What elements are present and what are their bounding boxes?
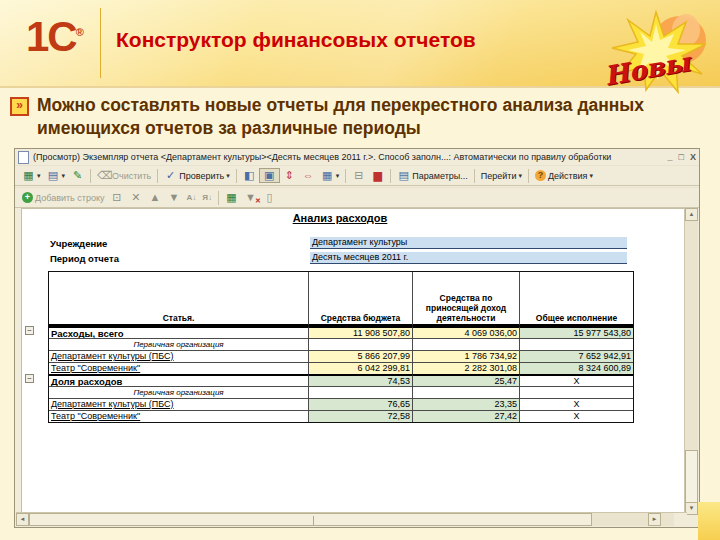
- row-label[interactable]: Первичная организация: [49, 386, 308, 398]
- cell-value[interactable]: 2 282 301,08: [412, 362, 519, 374]
- view-center-panel-button[interactable]: ▣: [259, 168, 280, 183]
- parameters-button[interactable]: ▤Параметры...: [394, 169, 470, 182]
- row-label[interactable]: Первичная организация: [49, 338, 308, 350]
- cell-value[interactable]: 1 786 734,92: [412, 350, 519, 362]
- horizontal-scroll-thumb[interactable]: [29, 513, 592, 526]
- cell-value[interactable]: 27,42: [412, 410, 519, 422]
- panel-center-icon: ▣: [263, 170, 276, 181]
- column-header-income[interactable]: Средства по приносящей доход деятельност…: [412, 272, 519, 326]
- excel-export-button[interactable]: ▦: [222, 191, 241, 204]
- sort-desc-button[interactable]: Я↓: [199, 192, 215, 203]
- cell-value[interactable]: 7 652 942,91: [519, 350, 633, 362]
- column-header-total[interactable]: Общее исполнение: [519, 272, 633, 326]
- cell-value[interactable]: [519, 338, 633, 350]
- check-button[interactable]: ✓Проверить▾: [161, 169, 233, 182]
- cell-value[interactable]: 5 866 207,99: [308, 350, 412, 362]
- clear-button[interactable]: ⌫Очистить: [94, 169, 154, 182]
- cell-value[interactable]: [308, 338, 412, 350]
- cell-value[interactable]: 74,53: [308, 374, 412, 386]
- goto-button[interactable]: Перейти▾: [478, 170, 525, 182]
- maximize-button[interactable]: □: [679, 152, 684, 162]
- table-row: Театр "Современник" 6 042 299,81 2 282 3…: [49, 362, 633, 374]
- move-down-button[interactable]: ▼: [164, 191, 183, 204]
- vertical-scrollbar[interactable]: ▲ ▼: [684, 208, 698, 515]
- export-button[interactable]: ▤▾: [44, 169, 69, 182]
- toolbar-separator: [236, 169, 237, 183]
- corner-decoration: [698, 502, 720, 540]
- copy-row-button[interactable]: ⊡: [107, 191, 126, 204]
- cell-value[interactable]: X: [519, 374, 633, 386]
- cell-value[interactable]: 11 908 507,80: [308, 326, 412, 338]
- field-value-institution[interactable]: Департамент культуры: [310, 237, 627, 249]
- group-collapse-icon[interactable]: −: [25, 374, 34, 383]
- field-label-period: Период отчета: [50, 253, 119, 264]
- registered-mark: ®: [76, 26, 84, 38]
- bullet-row: » Можно составлять новые отчеты для пере…: [10, 94, 690, 140]
- toolbar-separator: [90, 169, 91, 183]
- move-up-button[interactable]: ▲: [145, 191, 164, 204]
- row-label[interactable]: Театр "Современник": [49, 362, 308, 374]
- chart-button[interactable]: ▆: [368, 169, 387, 182]
- cell-value[interactable]: [412, 386, 519, 398]
- eraser-icon: ⌫: [97, 170, 110, 181]
- vertical-scroll-thumb[interactable]: [685, 450, 698, 503]
- table-row: Департамент культуры (ПБС) 5 866 207,99 …: [49, 350, 633, 362]
- row-label[interactable]: Доля расходов: [49, 374, 308, 386]
- row-label[interactable]: Департамент культуры (ПБС): [49, 350, 308, 362]
- collapse-columns-icon: ⇔: [302, 170, 315, 181]
- cell-value[interactable]: 23,35: [412, 398, 519, 410]
- add-row-button[interactable]: +Добавить строку: [19, 191, 107, 204]
- view-left-panel-button[interactable]: ◧: [240, 169, 259, 182]
- table-view-button[interactable]: ▦▾: [318, 169, 343, 182]
- copy-icon: ⊡: [110, 192, 123, 203]
- cell-value[interactable]: X: [519, 398, 633, 410]
- parameters-label: Параметры...: [412, 171, 467, 181]
- scroll-left-button[interactable]: ◄: [16, 513, 29, 526]
- horizontal-scrollbar[interactable]: ◄ ►: [16, 512, 687, 526]
- save-button[interactable]: ▦▾: [19, 169, 44, 182]
- arrow-up-icon: ▲: [148, 192, 161, 203]
- dropdown-arrow-icon: ▾: [336, 172, 340, 180]
- collapse-rows-button[interactable]: ⇕: [280, 169, 299, 182]
- check-icon: ✓: [164, 170, 177, 181]
- report-table: Статья. Средства бюджета Средства по при…: [48, 271, 634, 423]
- actions-button[interactable]: ?Действия▾: [532, 169, 596, 182]
- field-value-period[interactable]: Десять месяцев 2011 г.: [310, 252, 627, 264]
- row-label[interactable]: Расходы, всего: [49, 326, 308, 338]
- row-label[interactable]: Департамент культуры (ПБС): [49, 398, 308, 410]
- cell-value[interactable]: 25,47: [412, 374, 519, 386]
- calculator-button[interactable]: ⊟: [349, 169, 368, 182]
- goto-label: Перейти: [481, 171, 517, 181]
- cell-value[interactable]: 6 042 299,81: [308, 362, 412, 374]
- cell-value[interactable]: 76,65: [308, 398, 412, 410]
- clear-filter-button[interactable]: ▼✕: [241, 191, 260, 204]
- group-collapse-icon[interactable]: −: [25, 326, 34, 335]
- cell-value[interactable]: [519, 386, 633, 398]
- cell-value[interactable]: [308, 386, 412, 398]
- column-header-budget[interactable]: Средства бюджета: [308, 272, 412, 326]
- clear-label: Очистить: [112, 171, 151, 181]
- collapse-columns-button[interactable]: ⇔: [299, 169, 318, 182]
- cell-value[interactable]: 72,58: [308, 410, 412, 422]
- cell-value[interactable]: [412, 338, 519, 350]
- column-header-article[interactable]: Статья.: [49, 272, 308, 326]
- minimize-button[interactable]: _: [668, 152, 673, 162]
- cell-value[interactable]: 4 069 036,00: [412, 326, 519, 338]
- 1c-logo: 1С®: [26, 16, 84, 58]
- add-icon: +: [22, 192, 33, 203]
- spreadsheet[interactable]: Анализ расходов Учреждение Департамент к…: [21, 208, 687, 515]
- cell-value[interactable]: 8 324 600,89: [519, 362, 633, 374]
- cell-value[interactable]: 15 977 543,80: [519, 326, 633, 338]
- window-titlebar[interactable]: (Просмотр) Экземпляр отчета <Департамент…: [15, 149, 699, 165]
- page-view-button[interactable]: ▯: [260, 191, 279, 204]
- edit-button[interactable]: ✎: [68, 169, 87, 182]
- scroll-right-button[interactable]: ►: [648, 513, 661, 526]
- delete-row-button[interactable]: ✕: [126, 191, 145, 204]
- row-label[interactable]: Театр "Современник": [49, 410, 308, 422]
- scroll-up-button[interactable]: ▲: [685, 208, 698, 221]
- cell-value[interactable]: X: [519, 410, 633, 422]
- sort-asc-button[interactable]: А↓: [183, 192, 199, 203]
- pen-icon: ✎: [71, 170, 84, 181]
- toolbar-separator: [218, 191, 219, 205]
- close-button[interactable]: X: [690, 152, 696, 162]
